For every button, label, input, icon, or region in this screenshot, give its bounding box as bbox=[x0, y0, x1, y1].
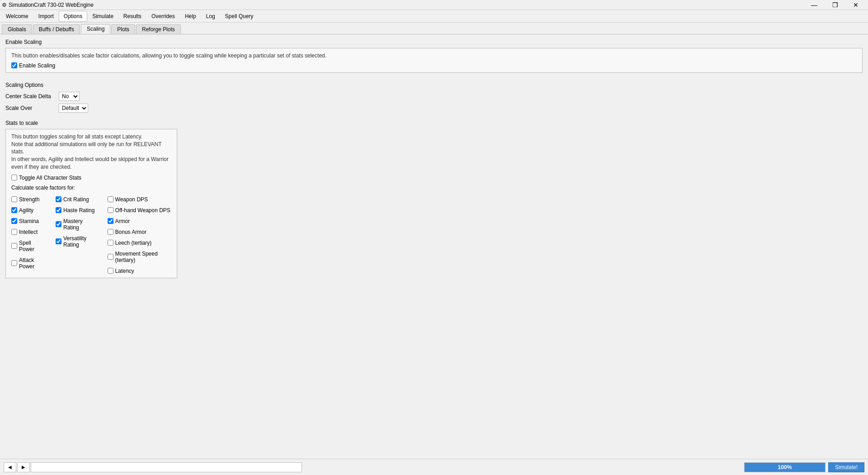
stat-label-movement_speed[interactable]: Movement Speed (tertiary) bbox=[115, 251, 171, 263]
center-scale-delta-row: Center Scale Delta No Yes bbox=[5, 92, 863, 101]
menu-item-options[interactable]: Options bbox=[59, 11, 87, 22]
menu-item-welcome[interactable]: Welcome bbox=[1, 11, 33, 22]
stat-checkbox-offhand_weapon_dps[interactable] bbox=[108, 207, 113, 213]
tab-reforge_plots[interactable]: Reforge Plots bbox=[136, 24, 181, 34]
stat-row-latency: Latency bbox=[108, 268, 171, 274]
stat-checkbox-spell_power[interactable] bbox=[11, 243, 17, 249]
enable-scaling-label[interactable]: Enable Scaling bbox=[19, 62, 55, 69]
stat-label-stamina[interactable]: Stamina bbox=[19, 218, 39, 224]
stat-label-agility[interactable]: Agility bbox=[19, 207, 33, 214]
stat-checkbox-movement_speed[interactable] bbox=[108, 254, 113, 260]
menu-item-simulate[interactable]: Simulate bbox=[87, 11, 118, 22]
titlebar: ⚙ SimulationCraft 730-02 WebEngine — ❐ ✕ bbox=[0, 0, 868, 10]
progress-bar-container: 100% bbox=[744, 462, 826, 472]
stat-row-intellect: Intellect bbox=[11, 229, 47, 235]
stat-checkbox-attack_power[interactable] bbox=[11, 260, 17, 266]
minimize-button[interactable]: — bbox=[804, 0, 825, 10]
scale-over-label: Scale Over bbox=[5, 105, 55, 111]
stat-label-strength[interactable]: Strength bbox=[19, 196, 39, 203]
stat-row-attack_power: Attack Power bbox=[11, 257, 47, 270]
stat-row-bonus_armor: Bonus Armor bbox=[108, 229, 171, 235]
stat-checkbox-leech[interactable] bbox=[108, 240, 113, 246]
enable-scaling-checkbox-row: Enable Scaling bbox=[11, 62, 857, 69]
stat-label-haste_rating[interactable]: Haste Rating bbox=[63, 207, 94, 214]
tab-scaling[interactable]: Scaling bbox=[81, 24, 110, 34]
stat-label-intellect[interactable]: Intellect bbox=[19, 229, 38, 235]
stats-col3: Weapon DPSOff-hand Weapon DPSArmorBonus … bbox=[108, 195, 171, 274]
stat-row-movement_speed: Movement Speed (tertiary) bbox=[108, 251, 171, 263]
center-scale-delta-select[interactable]: No Yes bbox=[59, 92, 80, 101]
nav-buttons: ◀ ▶ bbox=[4, 462, 302, 472]
toggle-all-label[interactable]: Toggle All Character Stats bbox=[19, 175, 81, 181]
stat-label-crit_rating[interactable]: Crit Rating bbox=[63, 196, 89, 203]
menu-item-spell_query[interactable]: Spell Query bbox=[220, 11, 259, 22]
stat-label-bonus_armor[interactable]: Bonus Armor bbox=[115, 229, 146, 235]
simulate-area: 100% Simulate! bbox=[744, 462, 864, 472]
stat-checkbox-bonus_armor[interactable] bbox=[108, 229, 113, 235]
enable-scaling-checkbox[interactable] bbox=[11, 62, 17, 68]
tab-plots[interactable]: Plots bbox=[111, 24, 135, 34]
toggle-all-checkbox[interactable] bbox=[11, 175, 17, 180]
stat-row-spell_power: Spell Power bbox=[11, 240, 47, 252]
menu-item-overrides[interactable]: Overrides bbox=[146, 11, 180, 22]
simulate-button[interactable]: Simulate! bbox=[828, 462, 864, 472]
stat-checkbox-armor[interactable] bbox=[108, 218, 113, 224]
nav-back-button[interactable]: ◀ bbox=[4, 462, 16, 472]
stat-row-weapon_dps: Weapon DPS bbox=[108, 196, 171, 203]
stat-checkbox-versatility_rating[interactable] bbox=[56, 238, 61, 244]
tab-buffs_debuffs[interactable]: Buffs / Debuffs bbox=[33, 24, 80, 34]
menubar: WelcomeImportOptionsSimulateResultsOverr… bbox=[0, 10, 868, 23]
tab-globals[interactable]: Globals bbox=[2, 24, 32, 34]
stat-row-versatility_rating: Versatility Rating bbox=[56, 235, 99, 248]
stat-label-versatility_rating[interactable]: Versatility Rating bbox=[63, 235, 99, 248]
scale-over-select[interactable]: Default DPS HPS DTPS bbox=[59, 104, 88, 113]
enable-scaling-box: This button enables/disables scale facto… bbox=[5, 48, 863, 73]
maximize-button[interactable]: ❐ bbox=[825, 0, 845, 10]
bottombar: ◀ ▶ 100% Simulate! bbox=[0, 459, 868, 475]
scale-over-row: Scale Over Default DPS HPS DTPS bbox=[5, 104, 863, 113]
stat-checkbox-strength[interactable] bbox=[11, 196, 17, 202]
stats-desc-line2: Note that additional simulations will on… bbox=[11, 141, 171, 156]
stat-row-stamina: Stamina bbox=[11, 218, 47, 224]
menu-item-results[interactable]: Results bbox=[118, 11, 146, 22]
stat-row-leech: Leech (tertiary) bbox=[108, 240, 171, 246]
stat-checkbox-latency[interactable] bbox=[108, 268, 113, 274]
progress-text-field[interactable] bbox=[31, 462, 302, 472]
stat-label-armor[interactable]: Armor bbox=[115, 218, 130, 224]
stat-checkbox-agility[interactable] bbox=[11, 207, 17, 213]
stat-label-offhand_weapon_dps[interactable]: Off-hand Weapon DPS bbox=[115, 207, 170, 214]
scaling-options-section: Scaling Options Center Scale Delta No Ye… bbox=[5, 82, 863, 113]
toggle-all-row: Toggle All Character Stats bbox=[11, 175, 171, 181]
stats-col2: Crit RatingHaste RatingMastery RatingVer… bbox=[56, 195, 99, 274]
titlebar-controls: — ❐ ✕ bbox=[804, 0, 866, 10]
stat-label-leech[interactable]: Leech (tertiary) bbox=[115, 240, 152, 246]
stat-checkbox-mastery_rating[interactable] bbox=[56, 221, 61, 227]
stat-row-strength: Strength bbox=[11, 196, 47, 203]
menu-item-import[interactable]: Import bbox=[33, 11, 59, 22]
enable-scaling-section: Enable Scaling This button enables/disab… bbox=[5, 39, 863, 73]
app-icon: ⚙ bbox=[2, 2, 7, 8]
tabbar: GlobalsBuffs / DebuffsScalingPlotsReforg… bbox=[0, 23, 868, 34]
nav-forward-button[interactable]: ▶ bbox=[17, 462, 30, 472]
enable-scaling-desc: This button enables/disables scale facto… bbox=[11, 52, 857, 60]
stat-checkbox-haste_rating[interactable] bbox=[56, 207, 61, 213]
scaling-options-title: Scaling Options bbox=[5, 82, 863, 88]
menu-item-log[interactable]: Log bbox=[201, 11, 220, 22]
stat-label-spell_power[interactable]: Spell Power bbox=[19, 240, 47, 252]
stat-label-weapon_dps[interactable]: Weapon DPS bbox=[115, 196, 148, 203]
stat-row-haste_rating: Haste Rating bbox=[56, 207, 99, 214]
menu-item-help[interactable]: Help bbox=[180, 11, 201, 22]
stat-checkbox-weapon_dps[interactable] bbox=[108, 196, 113, 202]
stat-row-armor: Armor bbox=[108, 218, 171, 224]
stat-checkbox-stamina[interactable] bbox=[11, 218, 17, 224]
calculate-label: Calculate scale factors for: bbox=[11, 185, 171, 191]
close-button[interactable]: ✕ bbox=[845, 0, 866, 10]
stats-section-title: Stats to scale bbox=[5, 120, 863, 126]
stat-label-attack_power[interactable]: Attack Power bbox=[19, 257, 47, 270]
stat-label-latency[interactable]: Latency bbox=[115, 268, 134, 274]
main-content: Enable Scaling This button enables/disab… bbox=[0, 34, 868, 459]
stat-checkbox-intellect[interactable] bbox=[11, 229, 17, 235]
stat-label-mastery_rating[interactable]: Mastery Rating bbox=[63, 218, 99, 231]
center-scale-delta-label: Center Scale Delta bbox=[5, 93, 55, 100]
stat-checkbox-crit_rating[interactable] bbox=[56, 196, 61, 202]
